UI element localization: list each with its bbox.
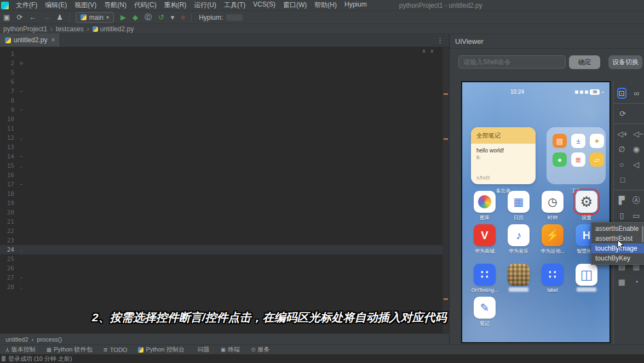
editor-scrollbar[interactable] [442, 47, 449, 333]
run-icon[interactable]: ▶ [117, 13, 129, 21]
crop-icon[interactable]: ▛ [617, 195, 626, 206]
fold-marker-icon[interactable] [16, 77, 26, 87]
clipboard-text-icon[interactable]: ▦ [617, 276, 626, 287]
fold-marker-icon[interactable] [16, 68, 26, 77]
menu-item[interactable]: 运行(U) [190, 1, 220, 10]
profile-icon[interactable]: ♟ [53, 13, 66, 21]
settings-app[interactable]: ⚙ 设置 [576, 191, 597, 222]
music-app[interactable]: ♪ 华为音乐 [508, 224, 530, 255]
breadcrumb-class[interactable]: untitled2 [5, 336, 28, 343]
mosaic-app[interactable]: ◫ [576, 264, 597, 293]
switch-device-button[interactable]: 设备切换 [608, 55, 642, 69]
back-navigate-icon[interactable]: ← [26, 13, 39, 21]
popup-menu-item[interactable]: assertIsEnable [591, 224, 644, 234]
device-screen-mirror[interactable]: 10:24 95 + 全部笔记 hello world! 5: 9月8日 备忘 [461, 81, 611, 343]
fold-marker-icon[interactable] [16, 198, 26, 208]
tab-options-icon[interactable]: ⋮ [436, 36, 444, 44]
menu-item[interactable]: 导航(N) [100, 1, 130, 10]
run-options-caret-icon[interactable]: ▾ [168, 13, 178, 21]
run-configuration-selector[interactable]: main ▾ [76, 12, 114, 23]
label-app[interactable]: ∷ label [542, 264, 564, 293]
fold-marker-icon[interactable] [16, 189, 26, 198]
fold-marker-icon[interactable]: ⌞ [16, 245, 26, 254]
app-icon[interactable]: ✎ [474, 297, 496, 319]
clock-app[interactable]: ◷ 时钟 [542, 191, 564, 222]
menu-item[interactable]: 视图(V) [71, 1, 100, 10]
popup-menu-item[interactable]: touchByKey [591, 253, 644, 263]
tab-untitled2[interactable]: untitled2.py × [0, 33, 60, 47]
fold-marker-icon[interactable] [16, 264, 26, 273]
sync-icon[interactable]: ⟳ [13, 13, 26, 21]
fold-marker-icon[interactable] [16, 208, 26, 217]
problems-item[interactable]: 问题 [196, 345, 210, 354]
version-control-item[interactable]: Y 版本控制 [5, 345, 36, 354]
fold-marker-icon[interactable]: − [16, 180, 26, 189]
portrait-icon[interactable]: ▯ [617, 210, 626, 221]
vmall-app[interactable]: V 华为商城 [474, 224, 496, 255]
app-icon[interactable]: V [474, 224, 496, 246]
code-editor[interactable]: 1 # -*- coding: utf-8 -*- 2 ⊞ import ... [0, 47, 449, 333]
home-circle-icon[interactable]: ○ [617, 159, 626, 170]
timer-icon[interactable]: ◔ [632, 276, 641, 287]
services-item[interactable]: ⊙ 服务 [251, 345, 269, 354]
power-icon[interactable]: ∅ [617, 144, 626, 155]
app-icon[interactable] [508, 264, 530, 286]
app-icon[interactable]: ⚙ [576, 191, 597, 213]
menu-item[interactable]: 工具(T) [220, 1, 249, 10]
breadcrumb-folder[interactable]: testcases [56, 25, 84, 33]
volume-down-icon[interactable]: ◁− [633, 128, 643, 139]
app-icon[interactable]: ∷ [474, 264, 496, 286]
breadcrumb-project[interactable]: pythonProject1 [3, 25, 47, 33]
app-icon[interactable]: ∷ [542, 264, 564, 286]
fold-marker-icon[interactable]: − [16, 273, 26, 282]
python-packages-item[interactable]: ▦ Python 软件包 [47, 345, 93, 354]
fold-marker-icon[interactable] [16, 226, 26, 236]
binoculars-icon[interactable]: ∞ [632, 88, 641, 99]
fold-marker-icon[interactable]: ⊞ [16, 59, 26, 68]
app-icon[interactable]: ◫ [576, 264, 597, 286]
calendar-app[interactable]: ▦ 日历 [508, 191, 530, 222]
fold-marker-icon[interactable]: − [16, 87, 26, 96]
menu-item[interactable]: 帮助(H) [311, 1, 341, 10]
shell-command-input[interactable] [458, 55, 566, 69]
menu-item[interactable]: 编辑(E) [41, 1, 71, 10]
fold-marker-icon[interactable] [16, 143, 26, 152]
breadcrumb-method[interactable]: process() [37, 336, 62, 343]
inspector-icon[interactable]: ⊡ [617, 88, 626, 99]
fold-marker-icon[interactable] [16, 115, 26, 124]
fold-marker-icon[interactable] [16, 171, 26, 180]
fold-marker-icon[interactable] [16, 236, 26, 245]
fold-marker-icon[interactable] [16, 96, 26, 105]
pixel-game-app[interactable] [508, 264, 530, 293]
landscape-icon[interactable]: ▭ [632, 210, 641, 221]
stop-icon[interactable]: ■ [177, 13, 188, 21]
volume-up-icon[interactable]: ◁+ [617, 128, 628, 139]
python-console-item[interactable]: Python 控制台 [138, 345, 184, 354]
menu-item[interactable]: VCS(S) [249, 1, 279, 10]
profiler-icon[interactable]: Ⓒ [141, 13, 155, 22]
debug-icon[interactable]: ◆ [129, 13, 141, 21]
save-icon[interactable]: ▣ [0, 13, 13, 21]
app-icon[interactable] [474, 191, 496, 213]
app-icon[interactable]: ♪ [508, 224, 530, 246]
popup-scrollbar[interactable] [642, 226, 643, 242]
fold-marker-icon[interactable] [16, 49, 26, 59]
forward-navigate-icon[interactable]: → [39, 13, 53, 21]
hypium-device-field[interactable] [226, 14, 243, 21]
terminal-item[interactable]: ▣ 终端 [221, 345, 240, 354]
text-recognize-icon[interactable]: Ⓐ [632, 195, 641, 206]
notes-app[interactable]: ✎ 笔记 [474, 297, 496, 327]
app-icon[interactable]: ▦ [508, 191, 530, 213]
menu-item[interactable]: 重构(R) [160, 1, 191, 10]
coverage-icon[interactable]: ↺ [155, 13, 168, 21]
confirm-button[interactable]: 确定 [569, 55, 600, 69]
todo-item[interactable]: ≣ TODO [103, 347, 127, 353]
fold-marker-icon[interactable] [16, 217, 26, 226]
gallery-app[interactable]: 图库 [474, 191, 496, 222]
close-icon[interactable]: × [51, 36, 55, 44]
menu-item[interactable]: 文件(F) [12, 1, 41, 10]
health-app[interactable]: ⚡ 华为运动... [542, 224, 564, 255]
ohtestagent-app[interactable]: ∷ OHTestAg... [474, 264, 496, 293]
fold-marker-icon[interactable]: − [16, 152, 26, 161]
fold-marker-icon[interactable]: ⌞ [16, 133, 26, 143]
